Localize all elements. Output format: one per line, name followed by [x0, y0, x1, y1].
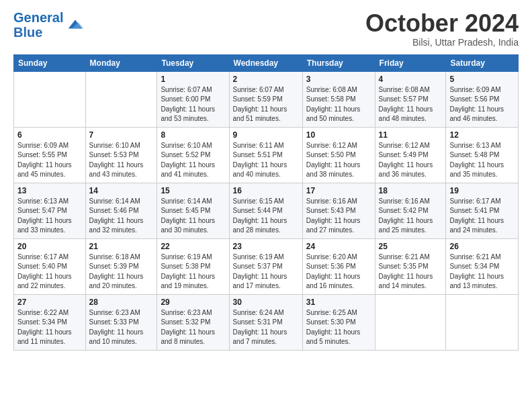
calendar-cell: 2 Sunrise: 6:07 AMSunset: 5:59 PMDayligh… [229, 71, 302, 127]
col-tuesday: Tuesday [157, 54, 229, 71]
day-number: 1 [161, 75, 225, 84]
calendar-week-1: 6 Sunrise: 6:09 AMSunset: 5:55 PMDayligh… [14, 127, 519, 183]
logo-text: GeneralBlue [13, 10, 63, 40]
day-detail: Sunrise: 6:17 AMSunset: 5:41 PMDaylight:… [449, 197, 515, 236]
day-detail: Sunrise: 6:11 AMSunset: 5:51 PMDaylight:… [233, 141, 299, 180]
calendar-cell [446, 294, 519, 350]
day-detail: Sunrise: 6:12 AMSunset: 5:49 PMDaylight:… [379, 141, 443, 180]
calendar-cell: 17 Sunrise: 6:16 AMSunset: 5:43 PMDaylig… [302, 183, 375, 238]
day-number: 26 [449, 242, 515, 251]
day-detail: Sunrise: 6:13 AMSunset: 5:47 PMDaylight:… [17, 197, 82, 236]
day-detail: Sunrise: 6:10 AMSunset: 5:52 PMDaylight:… [161, 141, 225, 180]
calendar-cell: 11 Sunrise: 6:12 AMSunset: 5:49 PMDaylig… [375, 127, 446, 183]
day-number: 5 [449, 75, 515, 84]
day-detail: Sunrise: 6:24 AMSunset: 5:31 PMDaylight:… [233, 308, 299, 347]
day-detail: Sunrise: 6:19 AMSunset: 5:37 PMDaylight:… [233, 253, 299, 291]
day-number: 3 [306, 75, 371, 84]
day-detail: Sunrise: 6:12 AMSunset: 5:50 PMDaylight:… [306, 141, 371, 180]
calendar-cell: 16 Sunrise: 6:15 AMSunset: 5:44 PMDaylig… [229, 183, 302, 238]
calendar-header-row: Sunday Monday Tuesday Wednesday Thursday… [14, 54, 519, 71]
day-number: 13 [17, 186, 82, 195]
day-detail: Sunrise: 6:13 AMSunset: 5:48 PMDaylight:… [449, 141, 515, 180]
month-title: October 2024 [365, 10, 519, 37]
day-number: 27 [17, 298, 82, 307]
calendar-cell: 12 Sunrise: 6:13 AMSunset: 5:48 PMDaylig… [446, 127, 519, 183]
day-detail: Sunrise: 6:25 AMSunset: 5:30 PMDaylight:… [306, 308, 371, 347]
col-sunday: Sunday [14, 54, 86, 71]
day-number: 25 [379, 242, 443, 251]
day-detail: Sunrise: 6:08 AMSunset: 5:57 PMDaylight:… [379, 85, 443, 124]
day-number: 2 [233, 75, 299, 84]
day-detail: Sunrise: 6:16 AMSunset: 5:43 PMDaylight:… [306, 197, 371, 236]
day-detail: Sunrise: 6:10 AMSunset: 5:53 PMDaylight:… [89, 141, 154, 180]
logo: GeneralBlue [13, 10, 85, 40]
calendar-cell: 20 Sunrise: 6:17 AMSunset: 5:40 PMDaylig… [14, 238, 86, 294]
col-saturday: Saturday [446, 54, 519, 71]
calendar-cell [85, 71, 157, 127]
day-detail: Sunrise: 6:21 AMSunset: 5:34 PMDaylight:… [449, 253, 515, 291]
calendar-week-0: 1 Sunrise: 6:07 AMSunset: 6:00 PMDayligh… [14, 71, 519, 127]
calendar-cell: 6 Sunrise: 6:09 AMSunset: 5:55 PMDayligh… [14, 127, 86, 183]
calendar-cell [375, 294, 446, 350]
calendar-table: Sunday Monday Tuesday Wednesday Thursday… [13, 54, 519, 351]
day-detail: Sunrise: 6:09 AMSunset: 5:55 PMDaylight:… [17, 141, 82, 180]
calendar-cell: 27 Sunrise: 6:22 AMSunset: 5:34 PMDaylig… [14, 294, 86, 350]
calendar-cell: 23 Sunrise: 6:19 AMSunset: 5:37 PMDaylig… [229, 238, 302, 294]
day-detail: Sunrise: 6:15 AMSunset: 5:44 PMDaylight:… [233, 197, 299, 236]
day-number: 4 [379, 75, 443, 84]
calendar-cell: 13 Sunrise: 6:13 AMSunset: 5:47 PMDaylig… [14, 183, 86, 238]
calendar-cell: 21 Sunrise: 6:18 AMSunset: 5:39 PMDaylig… [85, 238, 157, 294]
day-detail: Sunrise: 6:22 AMSunset: 5:34 PMDaylight:… [17, 308, 82, 347]
col-thursday: Thursday [302, 54, 375, 71]
day-number: 12 [449, 130, 515, 140]
calendar-cell: 1 Sunrise: 6:07 AMSunset: 6:00 PMDayligh… [157, 71, 229, 127]
calendar-cell: 3 Sunrise: 6:08 AMSunset: 5:58 PMDayligh… [302, 71, 375, 127]
calendar-cell: 30 Sunrise: 6:24 AMSunset: 5:31 PMDaylig… [229, 294, 302, 350]
logo-icon [66, 15, 85, 34]
day-detail: Sunrise: 6:23 AMSunset: 5:32 PMDaylight:… [161, 308, 225, 347]
day-number: 18 [379, 186, 443, 195]
day-number: 6 [17, 130, 82, 140]
calendar-cell: 14 Sunrise: 6:14 AMSunset: 5:46 PMDaylig… [85, 183, 157, 238]
subtitle: Bilsi, Uttar Pradesh, India [365, 37, 519, 48]
day-detail: Sunrise: 6:14 AMSunset: 5:45 PMDaylight:… [161, 197, 225, 236]
day-number: 29 [161, 298, 225, 307]
day-detail: Sunrise: 6:23 AMSunset: 5:33 PMDaylight:… [89, 308, 154, 347]
day-number: 31 [306, 298, 371, 307]
day-detail: Sunrise: 6:16 AMSunset: 5:42 PMDaylight:… [379, 197, 443, 236]
day-detail: Sunrise: 6:07 AMSunset: 5:59 PMDaylight:… [233, 85, 299, 124]
calendar-cell: 25 Sunrise: 6:21 AMSunset: 5:35 PMDaylig… [375, 238, 446, 294]
calendar-cell: 28 Sunrise: 6:23 AMSunset: 5:33 PMDaylig… [85, 294, 157, 350]
day-number: 28 [89, 298, 154, 307]
day-detail: Sunrise: 6:14 AMSunset: 5:46 PMDaylight:… [89, 197, 154, 236]
calendar-week-4: 27 Sunrise: 6:22 AMSunset: 5:34 PMDaylig… [14, 294, 519, 350]
day-detail: Sunrise: 6:19 AMSunset: 5:38 PMDaylight:… [161, 253, 225, 291]
day-number: 7 [89, 130, 154, 140]
calendar-cell: 29 Sunrise: 6:23 AMSunset: 5:32 PMDaylig… [157, 294, 229, 350]
day-number: 14 [89, 186, 154, 195]
calendar-week-2: 13 Sunrise: 6:13 AMSunset: 5:47 PMDaylig… [14, 183, 519, 238]
calendar-cell: 31 Sunrise: 6:25 AMSunset: 5:30 PMDaylig… [302, 294, 375, 350]
day-detail: Sunrise: 6:20 AMSunset: 5:36 PMDaylight:… [306, 253, 371, 291]
col-wednesday: Wednesday [229, 54, 302, 71]
calendar-cell: 22 Sunrise: 6:19 AMSunset: 5:38 PMDaylig… [157, 238, 229, 294]
calendar-week-3: 20 Sunrise: 6:17 AMSunset: 5:40 PMDaylig… [14, 238, 519, 294]
calendar-cell: 9 Sunrise: 6:11 AMSunset: 5:51 PMDayligh… [229, 127, 302, 183]
title-block: October 2024 Bilsi, Uttar Pradesh, India [365, 10, 519, 48]
calendar-cell: 7 Sunrise: 6:10 AMSunset: 5:53 PMDayligh… [85, 127, 157, 183]
calendar-cell [14, 71, 86, 127]
calendar-cell: 18 Sunrise: 6:16 AMSunset: 5:42 PMDaylig… [375, 183, 446, 238]
day-number: 20 [17, 242, 82, 251]
day-detail: Sunrise: 6:18 AMSunset: 5:39 PMDaylight:… [89, 253, 154, 291]
calendar-cell: 24 Sunrise: 6:20 AMSunset: 5:36 PMDaylig… [302, 238, 375, 294]
header: GeneralBlue October 2024 Bilsi, Uttar Pr… [13, 10, 519, 48]
day-number: 9 [233, 130, 299, 140]
calendar-cell: 26 Sunrise: 6:21 AMSunset: 5:34 PMDaylig… [446, 238, 519, 294]
day-number: 30 [233, 298, 299, 307]
day-number: 24 [306, 242, 371, 251]
day-number: 15 [161, 186, 225, 195]
day-number: 22 [161, 242, 225, 251]
day-number: 17 [306, 186, 371, 195]
day-detail: Sunrise: 6:21 AMSunset: 5:35 PMDaylight:… [379, 253, 443, 291]
day-detail: Sunrise: 6:17 AMSunset: 5:40 PMDaylight:… [17, 253, 82, 291]
